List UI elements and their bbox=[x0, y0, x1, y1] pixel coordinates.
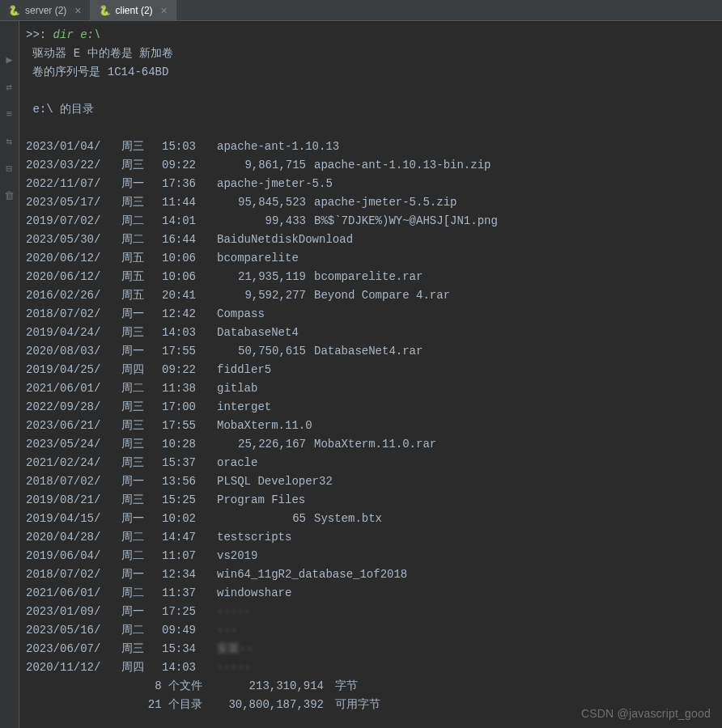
dir-entry: 2019/07/02/周二14:0199,433B%$`7DJKE%)WY~@A… bbox=[26, 212, 716, 231]
dir-entry: 2021/06/01/周二11:38gitlab bbox=[26, 379, 716, 398]
dir-entry: 2020/06/12/周五10:0621,935,119bcomparelite… bbox=[26, 268, 716, 286]
python-icon: 🐍 bbox=[8, 5, 20, 16]
gutter-icon-2[interactable]: ≡ bbox=[6, 108, 13, 121]
tab-0[interactable]: 🐍server (2)× bbox=[0, 0, 91, 20]
gutter-icon-5[interactable]: 🗑 bbox=[4, 190, 15, 202]
watermark: CSDN @javascript_good bbox=[581, 707, 711, 720]
dir-entry: 2023/06/21/周三17:55MobaXterm.11.0 bbox=[26, 417, 716, 435]
dir-entry: 2020/08/03/周一17:5550,750,615DatabaseNet4… bbox=[26, 342, 716, 361]
run-gutter: ▶⇄≡⇆⊟🗑 bbox=[0, 21, 19, 728]
output-line bbox=[26, 119, 716, 138]
output-line: e:\ 的目录 bbox=[26, 100, 716, 119]
dir-entry: 2021/02/24/周三15:37oracle bbox=[26, 454, 716, 472]
dir-entry: 2023/05/16/周二09:49··· bbox=[26, 621, 716, 640]
dir-entry: 2020/04/28/周二14:47testscripts bbox=[26, 528, 716, 547]
dir-entry: 2022/09/28/周三17:00interget bbox=[26, 398, 716, 417]
dir-entry: 2023/05/24/周三10:2825,226,167MobaXterm.11… bbox=[26, 435, 716, 454]
tab-bar: 🐍server (2)×🐍client (2)× bbox=[0, 0, 722, 21]
tab-label: client (2) bbox=[116, 5, 153, 16]
dir-entry: 2018/07/02/周一13:56PLSQL Developer32 bbox=[26, 472, 716, 491]
tab-1[interactable]: 🐍client (2)× bbox=[91, 0, 176, 20]
command-text: dir e:\ bbox=[53, 28, 101, 41]
dir-entry: 2021/06/01/周二11:37windowshare bbox=[26, 584, 716, 603]
output-line bbox=[26, 82, 716, 100]
tab-label: server (2) bbox=[25, 5, 66, 16]
close-icon[interactable]: × bbox=[161, 4, 168, 17]
python-icon: 🐍 bbox=[99, 5, 111, 16]
dir-entry: 2023/05/17/周三11:4495,845,523apache-jmete… bbox=[26, 193, 716, 212]
dir-entry: 2020/06/12/周五10:06bcomparelite bbox=[26, 249, 716, 268]
gutter-icon-0[interactable]: ▶ bbox=[6, 53, 13, 66]
dir-entry: 2018/07/02/周一12:42Compass bbox=[26, 305, 716, 324]
summary-line: 8 个文件213,310,914 字节 bbox=[26, 677, 716, 696]
dir-entry: 2020/11/12/周四14:03····· bbox=[26, 658, 716, 677]
console-output[interactable]: >>: dir e:\ 驱动器 E 中的卷是 新加卷 卷的序列号是 1C14-6… bbox=[19, 21, 722, 728]
gutter-icon-1[interactable]: ⇄ bbox=[6, 81, 13, 94]
dir-entry: 2019/06/04/周二11:07vs2019 bbox=[26, 547, 716, 565]
gutter-icon-4[interactable]: ⊟ bbox=[6, 163, 13, 176]
dir-entry: 2022/11/07/周一17:36apache-jmeter-5.5 bbox=[26, 175, 716, 193]
output-line: 卷的序列号是 1C14-64BD bbox=[26, 63, 716, 82]
dir-entry: 2019/04/24/周三14:03DatabaseNet4 bbox=[26, 324, 716, 342]
dir-entry: 2023/06/07/周三15:34安装·· bbox=[26, 640, 716, 658]
dir-entry: 2023/05/30/周二16:44BaiduNetdiskDownload bbox=[26, 231, 716, 249]
dir-entry: 2023/03/22/周三09:229,861,715apache-ant-1.… bbox=[26, 156, 716, 175]
prompt-line: >>: dir e:\ bbox=[26, 26, 716, 44]
dir-entry: 2019/08/21/周三15:25Program Files bbox=[26, 491, 716, 510]
output-line: 驱动器 E 中的卷是 新加卷 bbox=[26, 44, 716, 63]
gutter-icon-3[interactable]: ⇆ bbox=[6, 135, 13, 148]
dir-entry: 2016/02/26/周五20:419,592,277Beyond Compar… bbox=[26, 286, 716, 305]
close-icon[interactable]: × bbox=[74, 4, 81, 17]
dir-entry: 2018/07/02/周一12:34win64_11gR2_database_1… bbox=[26, 565, 716, 584]
dir-entry: 2023/01/04/周三15:03apache-ant-1.10.13 bbox=[26, 138, 716, 156]
dir-entry: 2023/01/09/周一17:25····· bbox=[26, 603, 716, 621]
dir-entry: 2019/04/15/周一10:0265System.btx bbox=[26, 510, 716, 528]
dir-entry: 2019/04/25/周四09:22fiddler5 bbox=[26, 361, 716, 379]
